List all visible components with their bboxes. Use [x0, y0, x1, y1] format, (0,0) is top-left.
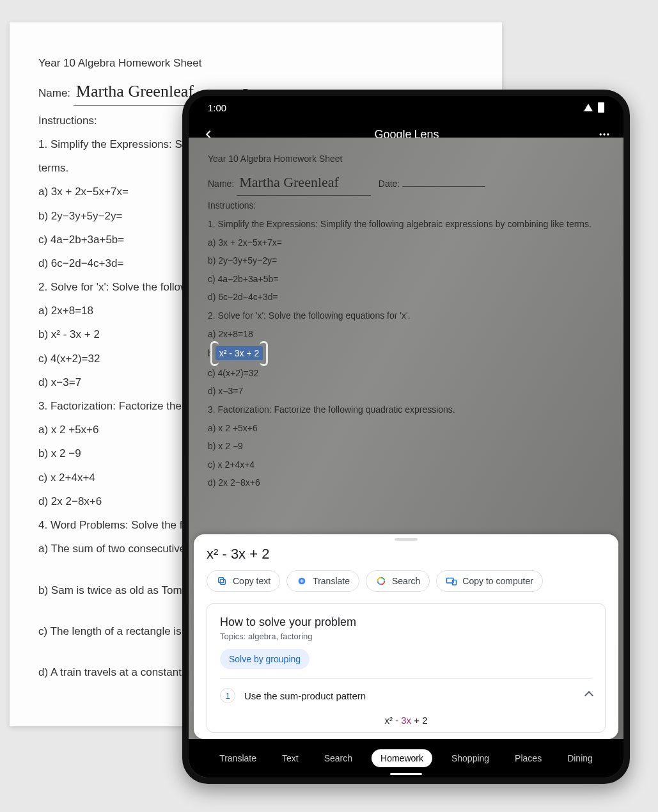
selected-text: x² - 3x + 2: [215, 346, 263, 360]
copy-computer-label: Copy to computer: [462, 576, 533, 586]
formula-part-c: + 2: [411, 715, 427, 726]
tab-shopping[interactable]: Shopping: [445, 749, 496, 767]
chevron-up-icon: [584, 691, 593, 700]
tablet-screen: 1:00 Google Lens Year 10 Algebra Homewor…: [189, 96, 623, 777]
sheet-grabber[interactable]: [395, 538, 418, 541]
svg-point-1: [603, 133, 605, 135]
translate-chip[interactable]: Translate: [286, 570, 359, 592]
translate-icon: [296, 575, 308, 587]
search-label: Search: [392, 576, 420, 586]
cap-q2c: c) 4(x+2)=32: [208, 365, 604, 382]
step-1-row[interactable]: 1 Use the sum-product pattern: [220, 678, 592, 710]
battery-icon: [598, 102, 604, 113]
cap-section1: 1. Simplify the Expressions: Simplify th…: [208, 216, 604, 233]
step-title: Use the sum-product pattern: [244, 690, 366, 701]
cap-q2b: b x² - 3x + 2: [208, 344, 604, 363]
step-formula: x² - 3x + 2: [220, 710, 592, 728]
svg-rect-3: [220, 579, 225, 584]
cap-q3b: b) x 2 −9: [208, 438, 604, 455]
devices-icon: [446, 575, 457, 587]
status-bar: 1:00: [189, 96, 623, 119]
card-topics: Topics: algebra, factoring: [220, 632, 592, 641]
cap-instructions: Instructions:: [208, 197, 604, 214]
copy-computer-chip[interactable]: Copy to computer: [436, 570, 543, 592]
svg-point-0: [600, 133, 602, 135]
action-chips: Copy text Translate Search: [207, 570, 606, 592]
formula-part-b: - 3x: [395, 715, 411, 726]
cap-title: Year 10 Algebra Homework Sheet: [208, 150, 604, 168]
cap-date-label: Date:: [379, 179, 400, 189]
cap-section3: 3. Factorization: Factorize the followin…: [208, 401, 604, 418]
tab-text[interactable]: Text: [276, 749, 305, 767]
text-selection[interactable]: x² - 3x + 2: [215, 345, 263, 362]
formula-part-a: x²: [384, 715, 395, 726]
name-label: Name:: [38, 87, 70, 99]
svg-rect-4: [219, 578, 224, 583]
mode-tabs: Translate Text Search Homework Shopping …: [189, 739, 623, 777]
cap-q2a: a) 2x+8=18: [208, 326, 604, 343]
cap-q2d: d) x−3=7: [208, 383, 604, 400]
cap-section2: 2. Solve for 'x': Solve the following eq…: [208, 307, 604, 324]
search-chip[interactable]: Search: [366, 570, 430, 592]
tab-dining[interactable]: Dining: [561, 749, 599, 767]
cap-q1b: b) 2y−3y+5y−2y=: [208, 252, 604, 269]
cap-student-name: Martha Greenleaf: [237, 169, 371, 196]
tab-search[interactable]: Search: [318, 749, 359, 767]
translate-label: Translate: [313, 576, 350, 586]
copy-icon: [216, 575, 228, 587]
method-pill[interactable]: Solve by grouping: [220, 649, 309, 669]
cap-q3a: a) x 2 +5x+6: [208, 420, 604, 437]
cap-date-blank: [402, 186, 485, 187]
cap-q3c: c) x 2+4x+4: [208, 456, 604, 474]
cap-q1a: a) 3x + 2x−5x+7x=: [208, 234, 604, 251]
detected-formula: x² - 3x + 2: [207, 546, 606, 562]
cap-q3d: d) 2x 2−8x+6: [208, 474, 604, 491]
home-indicator[interactable]: [390, 773, 422, 775]
cap-q1d: d) 6c−2d−4c+3d=: [208, 289, 604, 306]
tablet-frame: 1:00 Google Lens Year 10 Algebra Homewor…: [182, 90, 630, 784]
cap-name-row: Name: Martha Greenleaf Date:: [208, 169, 604, 196]
cap-name-label: Name:: [208, 179, 234, 189]
copy-text-chip[interactable]: Copy text: [207, 570, 280, 592]
google-icon: [375, 575, 387, 587]
paper-title: Year 10 Algebra Homework Sheet: [38, 54, 473, 72]
tab-homework[interactable]: Homework: [372, 749, 432, 767]
card-heading: How to solve your problem: [220, 616, 592, 629]
status-time: 1:00: [208, 102, 226, 113]
tab-translate[interactable]: Translate: [213, 749, 263, 767]
tab-places[interactable]: Places: [508, 749, 548, 767]
svg-point-2: [607, 133, 609, 135]
cap-q1c: c) 4a−2b+3a+5b=: [208, 271, 604, 288]
solution-card: How to solve your problem Topics: algebr…: [207, 603, 606, 733]
wifi-icon: [584, 104, 593, 111]
results-sheet[interactable]: x² - 3x + 2 Copy text Translate: [194, 534, 618, 739]
copy-text-label: Copy text: [233, 576, 270, 586]
step-number-badge: 1: [220, 688, 235, 703]
